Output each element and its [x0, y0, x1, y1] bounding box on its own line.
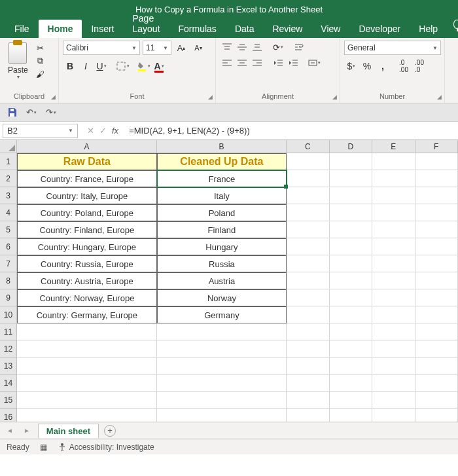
cell-D14[interactable] [330, 375, 372, 392]
row-header-9[interactable]: 9 [0, 289, 17, 306]
cell-B6[interactable]: Hungary [157, 238, 287, 255]
cell-E2[interactable] [372, 170, 415, 187]
wrap-text-button[interactable] [292, 41, 306, 54]
cell-C9[interactable] [287, 289, 329, 306]
cell-A5[interactable]: Country: Finland, Europe [17, 221, 157, 238]
col-header-A[interactable]: A [17, 140, 157, 153]
cell-B15[interactable] [157, 392, 287, 409]
cell-A1[interactable]: Raw Data [17, 153, 157, 170]
cell-D6[interactable] [330, 238, 372, 255]
spreadsheet-grid[interactable]: A B C D E F 1Raw DataCleaned Up Data2Cou… [0, 140, 458, 422]
cell-D5[interactable] [330, 221, 372, 238]
row-header-10[interactable]: 10 [0, 306, 17, 323]
cell-A15[interactable] [17, 392, 157, 409]
cell-D4[interactable] [330, 204, 372, 221]
col-header-E[interactable]: E [372, 140, 415, 153]
row-header-12[interactable]: 12 [0, 340, 17, 357]
cell-E14[interactable] [372, 375, 415, 392]
dialog-launcher-icon[interactable]: ◢ [332, 94, 337, 100]
sheet-nav-next[interactable]: ► [21, 427, 33, 434]
cell-F6[interactable] [415, 238, 458, 255]
cell-B11[interactable] [157, 323, 287, 340]
cell-A11[interactable] [17, 323, 157, 340]
redo-button[interactable]: ↷▾ [44, 106, 58, 119]
cell-B14[interactable] [157, 375, 287, 392]
cell-F5[interactable] [415, 221, 458, 238]
cell-A7[interactable]: Country: Russia, Europe [17, 255, 157, 272]
italic-button[interactable]: I [79, 59, 93, 73]
align-bottom-button[interactable] [250, 41, 264, 54]
cell-E4[interactable] [372, 204, 415, 221]
borders-button[interactable]: ▾ [115, 59, 130, 73]
cell-D15[interactable] [330, 392, 372, 409]
cell-B1[interactable]: Cleaned Up Data [157, 153, 287, 170]
cell-B5[interactable]: Finland [157, 221, 287, 238]
cell-E15[interactable] [372, 392, 415, 409]
fx-icon[interactable]: fx [112, 126, 118, 136]
cell-C11[interactable] [287, 323, 329, 340]
cell-C16[interactable] [287, 409, 329, 422]
cell-D12[interactable] [330, 340, 372, 357]
dialog-launcher-icon[interactable]: ◢ [51, 94, 56, 100]
cell-B7[interactable]: Russia [157, 255, 287, 272]
cell-B2[interactable]: France [157, 170, 287, 187]
increase-indent-button[interactable] [286, 56, 300, 69]
cell-C10[interactable] [287, 306, 329, 323]
cell-F8[interactable] [415, 272, 458, 289]
align-left-button[interactable] [220, 56, 234, 69]
tell-me[interactable]: Tell m [447, 10, 458, 38]
cell-C15[interactable] [287, 392, 329, 409]
cell-C14[interactable] [287, 375, 329, 392]
formula-input[interactable]: =MID(A2, 9+1, LEN(A2) - (9+8)) [125, 126, 458, 136]
dialog-launcher-icon[interactable]: ◢ [208, 94, 213, 100]
cell-E3[interactable] [372, 187, 415, 204]
cell-B12[interactable] [157, 340, 287, 357]
cell-C12[interactable] [287, 340, 329, 357]
cell-D13[interactable] [330, 357, 372, 375]
cell-C4[interactable] [287, 204, 329, 221]
cell-E10[interactable] [372, 306, 415, 323]
tab-data[interactable]: Data [226, 20, 264, 38]
fill-color-button[interactable]: ▾ [136, 59, 150, 73]
col-header-F[interactable]: F [415, 140, 458, 153]
select-all-corner[interactable] [0, 140, 17, 153]
cell-B13[interactable] [157, 357, 287, 375]
cell-A2[interactable]: Country: France, Europe [17, 170, 157, 187]
bold-button[interactable]: B [63, 59, 77, 73]
cell-D3[interactable] [330, 187, 372, 204]
col-header-D[interactable]: D [330, 140, 372, 153]
cell-E5[interactable] [372, 221, 415, 238]
tab-pagelayout[interactable]: Page Layout [123, 9, 169, 38]
cell-E12[interactable] [372, 340, 415, 357]
merge-center-button[interactable]: ▾ [307, 56, 321, 69]
cell-C5[interactable] [287, 221, 329, 238]
cell-E13[interactable] [372, 357, 415, 375]
row-header-1[interactable]: 1 [0, 153, 17, 170]
tab-view[interactable]: View [311, 20, 349, 38]
cell-A4[interactable]: Country: Poland, Europe [17, 204, 157, 221]
cell-A13[interactable] [17, 357, 157, 375]
tab-file[interactable]: File [5, 20, 39, 38]
cell-D1[interactable] [330, 153, 372, 170]
cell-D7[interactable] [330, 255, 372, 272]
align-top-button[interactable] [220, 41, 234, 54]
paste-button[interactable]: Paste ▼ [4, 41, 32, 81]
row-header-14[interactable]: 14 [0, 375, 17, 392]
cell-D8[interactable] [330, 272, 372, 289]
row-header-3[interactable]: 3 [0, 187, 17, 204]
cell-F9[interactable] [415, 289, 458, 306]
cell-A9[interactable]: Country: Norway, Europe [17, 289, 157, 306]
cell-C7[interactable] [287, 255, 329, 272]
cell-A6[interactable]: Country: Hungary, Europe [17, 238, 157, 255]
cell-C3[interactable] [287, 187, 329, 204]
cell-C8[interactable] [287, 272, 329, 289]
row-header-4[interactable]: 4 [0, 204, 17, 221]
cell-F16[interactable] [415, 409, 458, 422]
cell-A12[interactable] [17, 340, 157, 357]
cell-B8[interactable]: Austria [157, 272, 287, 289]
cell-A10[interactable]: Country: Germany, Europe [17, 306, 157, 323]
row-header-8[interactable]: 8 [0, 272, 17, 289]
cell-C2[interactable] [287, 170, 329, 187]
cancel-formula-button[interactable]: ✕ [87, 126, 94, 136]
row-header-7[interactable]: 7 [0, 255, 17, 272]
